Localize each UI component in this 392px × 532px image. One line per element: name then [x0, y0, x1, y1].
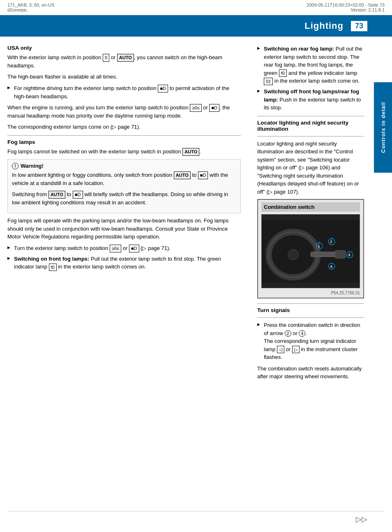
footer-line — [7, 511, 385, 511]
fog-bullet-2: Switching on front fog lamps: Pull out t… — [7, 255, 241, 271]
fog-bullets: Turn the exterior lamp switch to positio… — [7, 244, 241, 271]
locator-para: Locator lighting and night security illu… — [257, 140, 364, 196]
combo-box-title: Combination switch — [261, 202, 360, 212]
svg-rect-5 — [335, 250, 346, 258]
combo-switch-image: ↑ 1 ↑ 2 → 3 ↓ 4 — [261, 214, 360, 288]
warning-para-2: Switching from AUTO to ■D will briefly s… — [12, 190, 236, 206]
turn-signals-heading: Turn signals — [257, 307, 364, 313]
turn-para: The combination switch resets automatica… — [257, 365, 364, 381]
arrow-2-circle: 2 — [285, 330, 291, 337]
fog-para-2: Fog lamps will operate with the parking … — [7, 217, 241, 241]
divider-turn — [257, 303, 364, 304]
footer-nav: ▷▷ — [356, 515, 367, 524]
divider-locator — [257, 116, 364, 116]
svg-point-3 — [288, 250, 299, 260]
usa-para-3: When the engine is running, and you turn… — [7, 104, 241, 120]
meta-right: 2009-05-11T16:00:23+02:00 - Seite 73 Ver… — [307, 2, 385, 12]
locator-heading: Locator lighting and night security illu… — [257, 120, 364, 132]
svg-rect-4 — [311, 252, 339, 257]
rear-fog-bullets: Switching on rear fog lamp: Pull out the… — [257, 45, 364, 112]
turn-bullet-1: Press the combination switch in directio… — [257, 321, 364, 361]
header-bar: Lighting 73 — [0, 15, 392, 37]
green-lamp: f0 — [49, 264, 57, 271]
main-content: USA only With the exterior lamp switch i… — [0, 37, 392, 392]
meta-left: 171_AKB; 3; 60, en-US d2ureepe, — [7, 2, 54, 12]
svg-text:2: 2 — [330, 240, 332, 244]
divider-turn2 — [257, 317, 364, 318]
arrow-4-circle: 4 — [299, 330, 305, 337]
sidebar-label: Controls in detail — [374, 82, 392, 173]
fog-para-1: Fog lamps cannot be switched on with the… — [7, 148, 241, 156]
front-fog-label: Switching on front fog lamps: — [14, 256, 89, 262]
divider-fog — [7, 135, 241, 136]
rear-fog-bullet-1: Switching on rear fog lamp: Pull out the… — [257, 45, 364, 85]
warning-title: ! Warning! — [12, 163, 236, 169]
fog-lamps-heading: Fog lamps — [7, 139, 241, 145]
switch-pos-auto: AUTO — [117, 54, 134, 62]
right-column: Switching on rear fog lamp: Pull out the… — [257, 45, 385, 384]
rear-fog-bullet-2: Switching off front fog lamps/rear fog l… — [257, 88, 364, 112]
switch-pos-0: 0 — [103, 54, 109, 62]
switch-pos-sd2: ■D — [209, 104, 219, 112]
usa-bullets: For nighttime driving turn the exterior … — [7, 84, 241, 100]
fog-switch-auto: AUTO — [182, 148, 199, 156]
warning-box: ! Warning! In low ambient lighting or fo… — [7, 159, 241, 214]
combination-switch-box: Combination switch ↑ 1 ↑ — [257, 199, 364, 298]
warn-sd2: ■D — [73, 191, 83, 199]
page-title: Lighting — [304, 21, 344, 31]
meta-bar: 171_AKB; 3; 60, en-US d2ureepe, 2009-05-… — [0, 0, 392, 15]
front-rear-fog-off-label: Switching off front fog lamps/rear fog l… — [264, 88, 359, 103]
usa-bullet-1: For nighttime driving turn the exterior … — [7, 84, 241, 100]
yellow-lamp: 0‡ — [264, 78, 273, 86]
switch-pos-sd: ■D — [158, 85, 168, 93]
divider-locator2 — [257, 136, 364, 136]
svg-text:3: 3 — [348, 253, 350, 257]
warn-auto: AUTO — [174, 171, 191, 179]
warn-sd: ■D — [198, 171, 208, 179]
usa-only-heading: USA only — [7, 45, 241, 51]
warn-auto2: AUTO — [48, 191, 65, 199]
warning-icon: ! — [12, 163, 18, 169]
svg-text:1: 1 — [318, 244, 320, 248]
right-turn-lamp: ▷ — [292, 346, 300, 354]
green-f0: f0 — [279, 69, 287, 77]
turn-bullets: Press the combination switch in directio… — [257, 321, 364, 361]
rear-fog-on-label: Switching on rear fog lamp: — [264, 46, 334, 52]
left-column: USA only With the exterior lamp switch i… — [7, 45, 245, 384]
svg-text:4: 4 — [330, 264, 332, 268]
usa-para-1: With the exterior lamp switch in positio… — [7, 53, 241, 69]
fog-bullet-1: Turn the exterior lamp switch to positio… — [7, 244, 241, 252]
warning-label: Warning! — [21, 163, 44, 169]
page-number: 73 — [351, 21, 367, 31]
usa-para-2: The high-beam flasher is available at al… — [7, 73, 241, 81]
switch-pos-zoc: ≥0≤ — [190, 104, 201, 112]
photo-ref: P54.25.7766.31 — [261, 291, 360, 295]
usa-para-4: The corresponding exterior lamps come on… — [7, 123, 241, 131]
fog-pos-sd: ■D — [129, 245, 139, 252]
left-turn-lamp: ◁ — [277, 346, 284, 354]
fog-pos-zoc: ≥0≤ — [110, 245, 121, 252]
warning-para-1: In low ambient lighting or foggy conditi… — [12, 171, 236, 187]
